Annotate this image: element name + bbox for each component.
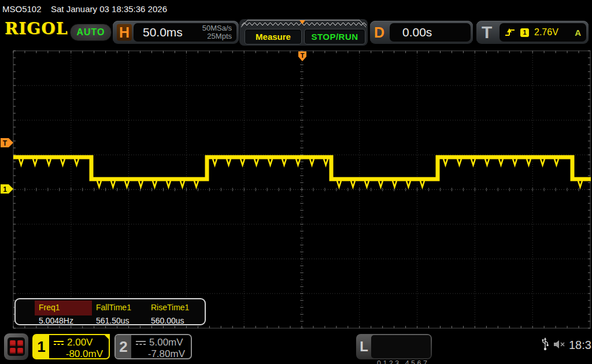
logic-analyzer-label: L (356, 334, 372, 359)
sample-rate-memdepth: 50MSa/s 25Mpts (202, 24, 236, 41)
measure-button[interactable]: Measure (245, 29, 302, 44)
channel-2-block[interactable]: 2 5.00mV -7.80mV (114, 334, 192, 359)
sample-rate: 50MSa/s (202, 24, 232, 32)
measurement-label: RiseTime1 (147, 300, 205, 315)
trigger-level-marker-label: T (3, 139, 8, 147)
waveform-overview-strip[interactable]: Measure STOP/RUN (239, 19, 368, 46)
channel-1-number: 1 (34, 335, 49, 358)
logic-channels-row1: 0 1 2 3 4 5 6 7 (377, 358, 431, 364)
measurement-label: Freq1 (35, 300, 92, 315)
trigger-label: T (482, 24, 492, 41)
rigol-logo: RIGOL (5, 19, 68, 38)
channel-1-block[interactable]: 1 2.00V -80.0mV (32, 334, 110, 359)
header-bar: RIGOL AUTO H 50.0ms 50MSa/s 25Mpts Measu… (0, 17, 592, 49)
measurement-item-freq[interactable]: Freq1 5.0048Hz (35, 300, 92, 323)
measurement-item-falltime[interactable]: FallTime1 561.50us (92, 300, 147, 323)
channel-1-waveform-notches (19, 159, 582, 187)
horizontal-label: H (117, 24, 132, 41)
measurement-label: FallTime1 (92, 300, 147, 315)
system-datetime: Sat January 03 18:35:36 2026 (51, 4, 167, 14)
trigger-source-badge: 1 (520, 28, 529, 37)
oscilloscope-screen: TT1 MSO5102 Sat January 03 18:35:36 2026… (0, 0, 592, 364)
trigger-position-marker-label: T (301, 52, 305, 59)
timebase-value: 50.0ms (143, 25, 183, 39)
memory-depth: 25Mpts (202, 32, 232, 40)
dc-coupling-icon (53, 340, 64, 346)
menu-grid-button[interactable] (4, 333, 28, 360)
channel-2-number: 2 (116, 335, 131, 358)
measurement-value: 560.00us (147, 315, 205, 325)
overview-zigzag (239, 19, 368, 28)
channel-1-scale: 2.00V (67, 337, 92, 348)
trigger-level-value: 2.76V (534, 27, 558, 38)
channel-1-ground-marker-label: 1 (3, 185, 7, 194)
delay-label: D (374, 25, 384, 40)
bottom-status-bar: 1 2.00V -80.0mV 2 5.00mV -7.80mV (0, 329, 592, 364)
dc-coupling-icon (135, 340, 146, 346)
delay-value: 0.00s (402, 25, 432, 39)
acquisition-mode-badge[interactable]: AUTO (70, 24, 112, 41)
stop-run-button[interactable]: STOP/RUN (304, 29, 365, 44)
center-axis-ticks (13, 51, 579, 328)
top-info-bar: MSO5102 Sat January 03 18:35:36 2026 (0, 0, 592, 17)
measurement-results-panel[interactable]: Freq1 5.0048Hz FallTime1 561.50us RiseTi… (14, 298, 206, 325)
rising-edge-icon (505, 28, 515, 37)
usb-icon (541, 337, 549, 351)
trigger-delay-panel[interactable]: D 0.00s (370, 21, 473, 44)
status-clock: 18:35 (569, 339, 592, 352)
speaker-muted-icon[interactable] (553, 340, 567, 349)
logic-analyzer-block[interactable]: L 0 1 2 3 4 5 6 7 8 9 1011 12131415 (356, 334, 432, 359)
menu-grid-icon (8, 337, 25, 356)
measurement-value: 5.0048Hz (35, 315, 92, 325)
model-name: MSO5102 (2, 4, 42, 14)
horizontal-timebase-panel[interactable]: H 50.0ms 50MSa/s 25Mpts (113, 21, 239, 44)
logic-channel-list: 0 1 2 3 4 5 6 7 8 9 1011 12131415 (371, 335, 431, 358)
trigger-panel[interactable]: T 1 2.76V A (476, 21, 589, 44)
channel-2-scale: 5.00mV (149, 337, 183, 348)
measurement-item-risetime[interactable]: RiseTime1 560.00us (147, 300, 205, 323)
trigger-sweep-mode: A (575, 28, 581, 38)
measurement-value: 561.50us (92, 315, 147, 325)
